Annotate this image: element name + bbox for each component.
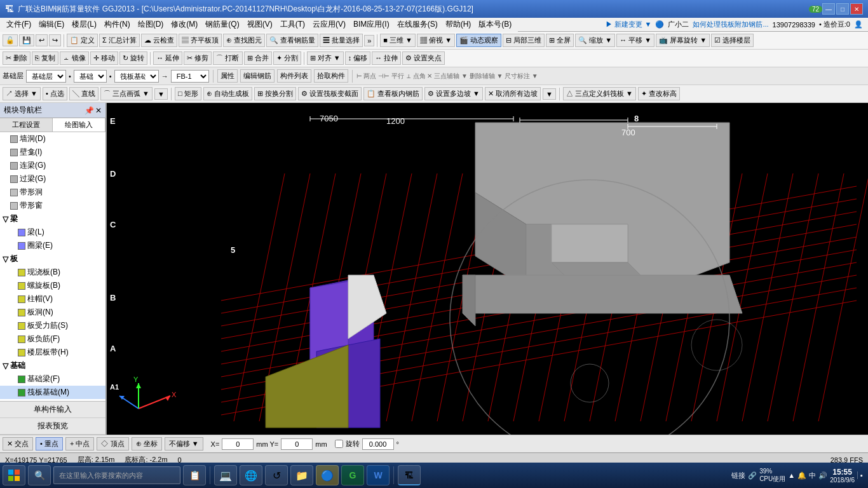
new-change-btn[interactable]: ▶ 新建变更 ▼ (606, 20, 651, 29)
pan-button[interactable]: ↔ 平移 ▼ (616, 34, 654, 47)
search-bar[interactable]: 在这里输入你要搜索的内容 (53, 466, 180, 484)
snap-center-button[interactable]: + 中点 (65, 437, 94, 451)
menu-version[interactable]: 版本号(B) (475, 18, 515, 31)
user-icon[interactable]: 👤 (854, 20, 863, 29)
component-type-select[interactable]: 筏板基础 (114, 70, 159, 83)
tree-item-niche[interactable]: 壁龛(I) (0, 146, 105, 159)
tree-item-strip-window[interactable]: 带形窗 (0, 199, 105, 212)
tree-item-floor-band[interactable]: 楼层板带(H) (0, 346, 105, 359)
merge-button[interactable]: ⊞ 合并 (244, 51, 272, 65)
fullscreen-button[interactable]: ⊞ 全屏 (546, 34, 574, 47)
tree-item-beam[interactable]: 梁(L) (0, 226, 105, 239)
tree-item-spiral-slab[interactable]: 螺旋板(B) (0, 279, 105, 292)
cancel-all-slope-button[interactable]: ✕ 取消所有边坡 (485, 87, 541, 100)
taskbar-app-3[interactable]: ↺ (265, 465, 288, 485)
rotate-checkbox[interactable] (335, 440, 343, 448)
tray-ime[interactable]: 中 (809, 471, 816, 480)
screen-rotate-button[interactable]: 📺 屏幕旋转 ▼ (656, 34, 710, 47)
zoom-button[interactable]: 🔍 缩放 ▼ (575, 34, 615, 47)
tree-item-ring-beam[interactable]: 圈梁(E) (0, 239, 105, 252)
taskbar-app-8[interactable]: 🏗 (398, 465, 421, 485)
snap-coord-button[interactable]: ⊕ 坐标 (132, 437, 162, 451)
arc-tool-button[interactable]: ⌒ 三点画弧 ▼ (100, 87, 153, 100)
menu-modify[interactable]: 修改(M) (167, 18, 201, 31)
x-input[interactable] (222, 438, 254, 450)
redo-button[interactable]: ↪ (49, 34, 61, 46)
offset-button[interactable]: ↕ 偏移 (345, 51, 371, 65)
component-list-button[interactable]: 构件列表 (277, 69, 311, 83)
move-button[interactable]: ✛ 移动 (90, 51, 118, 65)
snap-vertex-button[interactable]: ◇ 顶点 (97, 437, 128, 451)
rotate-button[interactable]: ↻ 旋转 (119, 51, 147, 65)
set-section-button[interactable]: ⚙ 设置筏板变截面 (298, 87, 362, 100)
floor-select[interactable]: 基础层 (26, 70, 66, 83)
menu-draw[interactable]: 绘图(D) (134, 18, 168, 31)
snap-midpoint-button[interactable]: • 重点 (36, 437, 63, 451)
find-element-button[interactable]: ⊕ 查找图元 (223, 34, 265, 47)
group-slab[interactable]: ▽ 板 (0, 252, 105, 266)
calc-button[interactable]: Σ 汇总计算 (99, 34, 140, 47)
view-rebar-button[interactable]: 🔍 查看钢筋量 (266, 34, 318, 47)
tray-clock[interactable]: 15:55 2018/9/6 (830, 468, 855, 484)
open-button[interactable]: 🔓 (3, 34, 18, 46)
sidebar-pin-icon[interactable]: 📌 (85, 106, 94, 115)
task-view-button[interactable]: 📋 (183, 465, 206, 485)
tray-bell-icon[interactable]: 🔔 (797, 471, 806, 480)
group-foundation[interactable]: ▽ 基础 (0, 359, 105, 372)
delete-button[interactable]: ✂ 删除 (3, 51, 31, 65)
menu-tools[interactable]: 工具(T) (276, 18, 309, 31)
select-tool-button[interactable]: ↗ 选择 ▼ (3, 87, 41, 100)
tree-item-lintel[interactable]: 过梁(G) (0, 172, 105, 186)
taskbar-app-1[interactable]: 💻 (214, 465, 237, 485)
local-3d-button[interactable]: ⊟ 局部三维 (503, 34, 545, 47)
line-tool-button[interactable]: ╲ 直线 (69, 87, 98, 100)
3d-view-button[interactable]: ■ 三维 ▼ (380, 34, 416, 47)
start-button[interactable] (3, 465, 25, 485)
tree-item-coupling-beam[interactable]: 连梁(G) (0, 159, 105, 172)
set-grip-button[interactable]: ⚙ 设置夹点 (402, 51, 445, 65)
taskbar-app-6[interactable]: G (341, 465, 364, 485)
split-button[interactable]: ✦ 分割 (273, 51, 301, 65)
top-view-button[interactable]: ▦ 俯视 ▼ (417, 34, 455, 47)
break-button[interactable]: ⌒ 打断 (213, 51, 242, 65)
single-component-input-button[interactable]: 单构件输入 (0, 402, 105, 418)
tree-item-column-cap[interactable]: 柱帽(V) (0, 292, 105, 306)
undo-button[interactable]: ↩ (36, 34, 48, 46)
menu-floor[interactable]: 楼层(L) (68, 18, 100, 31)
tree-item-wall-hole[interactable]: 墙洞(D) (0, 132, 105, 146)
sidebar-close-icon[interactable]: ✕ (95, 106, 102, 115)
menu-help[interactable]: 帮助(H) (442, 18, 475, 31)
menu-cloud-app[interactable]: 云应用(V) (309, 18, 349, 31)
y-input[interactable] (281, 438, 313, 450)
tree-item-raft-found[interactable]: 筏板基础(M) (0, 386, 105, 399)
split-by-change-button[interactable]: ⊞ 按换分割 (254, 87, 296, 100)
tree-item-cast-slab[interactable]: 现浇板(B) (0, 266, 105, 279)
tree-item-strip-hole[interactable]: 带形洞 (0, 186, 105, 199)
element-select[interactable]: FB-1 (171, 70, 209, 83)
copy-button[interactable]: ⎘ 复制 (32, 51, 58, 65)
properties-button[interactable]: 属性 (217, 69, 238, 83)
close-button[interactable]: ✕ (850, 3, 863, 15)
stretch-button[interactable]: ↔ 拉伸 (372, 51, 401, 65)
tab-draw-input[interactable]: 绘图输入 (53, 118, 105, 132)
rotate-input[interactable] (362, 438, 394, 450)
group-beam[interactable]: ▽ 梁 (0, 212, 105, 226)
report-preview-button[interactable]: 报表预览 (0, 418, 105, 435)
view-slab-rebar-button[interactable]: 📋 查看板内钢筋 (363, 87, 423, 100)
no-offset-button[interactable]: 不偏移 ▼ (165, 437, 203, 451)
menu-file[interactable]: 文件(F) (3, 18, 35, 31)
menu-rebar-qty[interactable]: 钢筋量(Q) (201, 18, 243, 31)
layer-select[interactable]: 基础 (74, 70, 107, 83)
menu-component[interactable]: 构件(N) (100, 18, 134, 31)
tray-volume-icon[interactable]: 🔊 (818, 471, 827, 480)
taskbar-app-2[interactable]: 🌐 (240, 465, 262, 485)
canvas-area[interactable]: 7050 1200 700 E D C B A A1 8 5 (107, 103, 868, 435)
dynamic-observe-button[interactable]: 🎬 动态观察 (456, 34, 501, 47)
taskbar-app-5[interactable]: 🔵 (316, 465, 339, 485)
select-floor-button[interactable]: ☑ 选择楼层 (711, 34, 754, 47)
define-button[interactable]: 📋 定义 (67, 34, 98, 47)
more-draw2-button[interactable]: ▼ (543, 88, 556, 100)
tray-link[interactable]: 链接 (731, 471, 745, 480)
pick-component-button[interactable]: 拾取构件 (314, 69, 348, 83)
save-button[interactable]: 💾 (19, 34, 34, 46)
